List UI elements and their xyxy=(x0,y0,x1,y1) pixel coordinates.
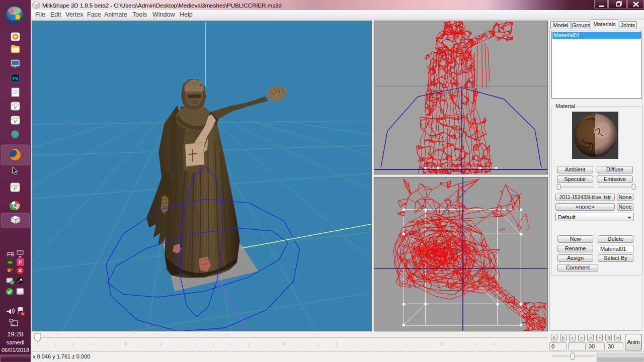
svg-text:P: P xyxy=(19,260,22,265)
svg-text:FR: FR xyxy=(7,251,15,257)
svg-text:Ps: Ps xyxy=(13,76,18,81)
